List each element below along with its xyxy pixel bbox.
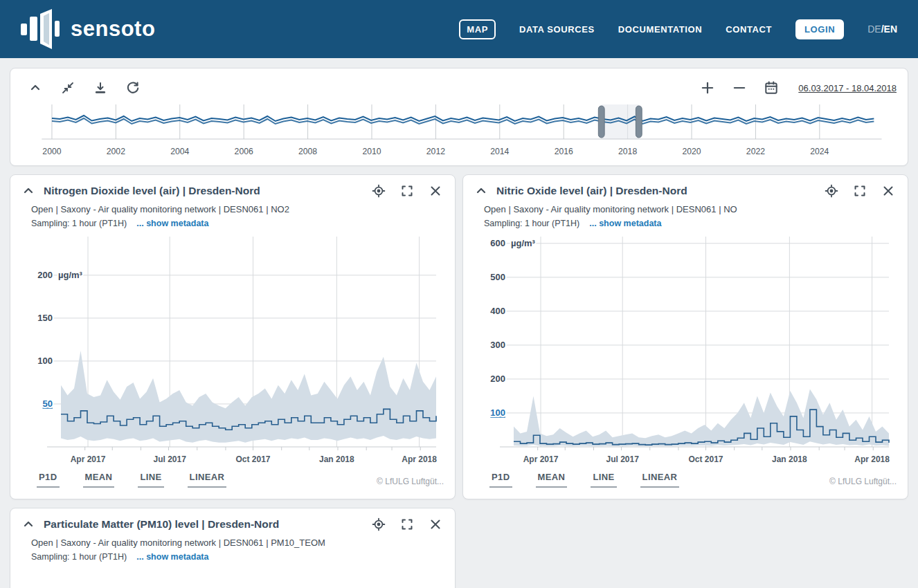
svg-text:150: 150 (37, 313, 53, 323)
svg-text:2000: 2000 (42, 147, 61, 156)
panel-header: Nitric Oxide level (air) | Dresden-Nord (463, 175, 908, 198)
svg-text:2018: 2018 (618, 147, 637, 156)
aggregation-button[interactable]: MEAN (536, 472, 568, 488)
collapse-button[interactable] (21, 184, 35, 198)
svg-text:200: 200 (37, 270, 53, 280)
panel-no2: Nitrogen Dioxide level (air) | Dresden-N… (10, 174, 456, 499)
calendar-icon[interactable] (764, 80, 779, 95)
locate-button[interactable] (825, 184, 838, 198)
show-metadata-link[interactable]: ... show metadata (136, 219, 208, 228)
no-chart[interactable]: 600µg/m³500400300200100Apr 2017Jul 2017O… (474, 231, 897, 470)
sampling-label: Sampling: 1 hour (PT1H) (31, 552, 127, 562)
dataset-source-line: Open | Saxony - Air quality monitoring n… (31, 538, 444, 548)
svg-text:Oct 2017: Oct 2017 (688, 454, 723, 464)
lang-de[interactable]: DE (867, 24, 881, 35)
svg-text:2016: 2016 (555, 147, 573, 156)
nav-documentation[interactable]: DOCUMENTATION (618, 24, 702, 35)
locate-button[interactable] (372, 184, 386, 198)
close-button[interactable] (429, 517, 442, 531)
refresh-button[interactable] (126, 81, 140, 95)
svg-text:100: 100 (37, 356, 53, 366)
copyright-text: © LfULG Luftgüt... (377, 477, 444, 488)
chart-type-button[interactable]: LINE (138, 472, 163, 488)
collapse-button[interactable] (21, 517, 35, 531)
sampling-label: Sampling: 1 hour (PT1H) (484, 219, 579, 228)
show-metadata-link[interactable]: ... show metadata (589, 219, 661, 228)
svg-text:2022: 2022 (746, 147, 765, 156)
panel-title: Nitrogen Dioxide level (air) | Dresden-N… (44, 185, 260, 197)
svg-text:µg/m³: µg/m³ (511, 238, 536, 248)
svg-text:200: 200 (490, 374, 505, 384)
no2-chart[interactable]: 200µg/m³15010050Apr 2017Jul 2017Oct 2017… (21, 231, 444, 470)
fullscreen-button[interactable] (400, 184, 414, 198)
period-button[interactable]: P1D (489, 472, 512, 488)
collapse-button[interactable] (28, 81, 42, 95)
lang-en[interactable]: EN (884, 24, 897, 35)
scale-button[interactable]: LINEAR (640, 472, 680, 488)
y-threshold-link[interactable]: 50 (43, 398, 53, 409)
dataset-source-line: Open | Saxony - Air quality monitoring n… (484, 204, 897, 214)
zoom-in-button[interactable] (700, 80, 715, 95)
compress-button[interactable] (61, 81, 75, 95)
panel-title: Particulate Matter (PM10) level | Dresde… (44, 518, 279, 531)
show-metadata-link[interactable]: ... show metadata (136, 552, 208, 562)
app-logo[interactable]: sensoto (21, 9, 155, 49)
svg-text:Oct 2017: Oct 2017 (235, 454, 270, 464)
timeline-toolbar-right: 06.03.2017 - 18.04.2018 (700, 80, 897, 95)
logo-text: sensoto (71, 17, 155, 42)
svg-text:Apr 2018: Apr 2018 (854, 454, 890, 464)
nav-contact[interactable]: CONTACT (726, 24, 772, 35)
close-button[interactable] (429, 184, 442, 198)
period-button[interactable]: P1D (37, 472, 60, 488)
nav-data-sources[interactable]: DATA SOURCES (519, 24, 595, 35)
svg-text:Apr 2017: Apr 2017 (523, 454, 559, 464)
timeline-panel: 06.03.2017 - 18.04.2018 2000200220042006… (10, 68, 908, 166)
panel-actions (372, 184, 442, 198)
chart-type-button[interactable]: LINE (591, 472, 616, 488)
app-header: sensoto MAP DATA SOURCES DOCUMENTATION C… (0, 0, 918, 58)
brush-handle-left[interactable] (598, 106, 604, 138)
svg-text:2024: 2024 (810, 147, 829, 156)
svg-text:2008: 2008 (298, 147, 317, 156)
svg-text:2010: 2010 (362, 147, 381, 156)
svg-text:2012: 2012 (426, 147, 445, 156)
svg-text:Apr 2018: Apr 2018 (402, 454, 437, 464)
close-button[interactable] (881, 184, 895, 198)
charts-row-2: Particulate Matter (PM10) level | Dresde… (10, 508, 908, 588)
language-switcher[interactable]: DE/EN (867, 24, 897, 35)
copyright-text: © LfULG Luftgüt... (829, 477, 897, 488)
svg-text:Jan 2018: Jan 2018 (772, 454, 807, 464)
timeline-toolbar-left (21, 81, 140, 95)
panel-title: Nitric Oxide level (air) | Dresden-Nord (496, 185, 687, 197)
sampling-line: Sampling: 1 hour (PT1H) ... show metadat… (31, 552, 444, 562)
logo-icon (21, 9, 64, 49)
date-range-link[interactable]: 06.03.2017 - 18.04.2018 (798, 83, 897, 93)
panel-no: Nitric Oxide level (air) | Dresden-Nord … (462, 174, 908, 499)
fullscreen-button[interactable] (853, 184, 867, 198)
nav-map[interactable]: MAP (459, 19, 496, 39)
scale-button[interactable]: LINEAR (188, 472, 227, 488)
svg-text:2020: 2020 (682, 147, 701, 156)
login-button[interactable]: LOGIN (795, 19, 844, 39)
collapse-button[interactable] (474, 184, 488, 198)
svg-text:Jul 2017: Jul 2017 (153, 454, 186, 464)
svg-text:Jan 2018: Jan 2018 (319, 454, 354, 464)
svg-text:Jul 2017: Jul 2017 (606, 454, 639, 464)
download-button[interactable] (93, 81, 107, 95)
svg-text:600: 600 (490, 238, 505, 248)
panel-header: Particulate Matter (PM10) level | Dresde… (10, 508, 455, 531)
timeline-chart[interactable]: 2000200220042006200820102012201420162018… (21, 100, 897, 161)
main-navigation: MAP DATA SOURCES DOCUMENTATION CONTACT L… (459, 19, 897, 39)
locate-button[interactable] (372, 517, 386, 531)
dataset-source-line: Open | Saxony - Air quality monitoring n… (31, 204, 444, 214)
brush-handle-right[interactable] (636, 106, 642, 138)
fullscreen-button[interactable] (400, 517, 414, 531)
panel-actions (372, 517, 442, 531)
aggregation-button[interactable]: MEAN (83, 472, 115, 488)
charts-row-1: Nitrogen Dioxide level (air) | Dresden-N… (10, 174, 908, 499)
panel-footer: P1D MEAN LINE LINEAR © LfULG Luftgüt... (463, 470, 908, 499)
zoom-out-button[interactable] (732, 80, 747, 95)
svg-text:300: 300 (490, 340, 505, 350)
panel-actions (825, 184, 895, 198)
y-threshold-link[interactable]: 100 (490, 407, 505, 418)
